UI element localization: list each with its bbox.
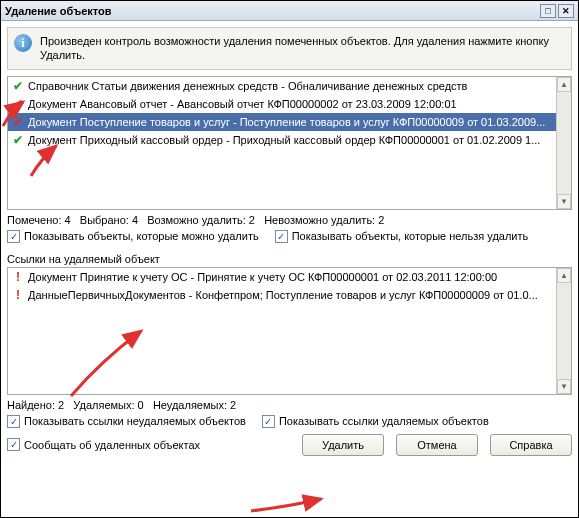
list-item[interactable]: ✔Документ Поступление товаров и услуг - … bbox=[8, 113, 571, 131]
cannot-delete-count: Невозможно удалить: 2 bbox=[264, 214, 384, 226]
content: i Произведен контроль возможности удален… bbox=[1, 21, 578, 517]
list-item-label: Документ Поступление товаров и услуг - П… bbox=[28, 116, 545, 128]
checkbox-box: ✓ bbox=[275, 230, 288, 243]
references-list[interactable]: !Документ Принятие к учету ОС - Принятие… bbox=[7, 267, 572, 395]
list-item[interactable]: ✔Документ Авансовый отчет - Авансовый от… bbox=[8, 95, 571, 113]
scroll-up-button[interactable]: ▲ bbox=[557, 77, 571, 92]
show-deletable-refs-checkbox[interactable]: ✓ Показывать ссылки удаляемых объектов bbox=[262, 415, 489, 428]
list-item-label: ДанныеПервичныхДокументов - Конфетпром; … bbox=[28, 289, 538, 301]
list-item[interactable]: ✔Справочник Статьи движения денежных сре… bbox=[8, 77, 571, 95]
list-item[interactable]: ✔Документ Приходный кассовый ордер - При… bbox=[8, 131, 571, 149]
close-button[interactable]: ✕ bbox=[558, 4, 574, 18]
objects-list[interactable]: ✔Справочник Статьи движения денежных сре… bbox=[7, 76, 572, 210]
list-item[interactable]: !ДанныеПервичныхДокументов - Конфетпром;… bbox=[8, 286, 571, 304]
list-item[interactable]: !Документ Принятие к учету ОС - Принятие… bbox=[8, 268, 571, 286]
checkbox-row-top: ✓ Показывать объекты, которые можно удал… bbox=[7, 228, 572, 249]
warning-icon: ! bbox=[12, 270, 24, 284]
found-count: Найдено: 2 bbox=[7, 399, 64, 411]
window-title: Удаление объектов bbox=[5, 5, 538, 17]
maximize-button[interactable]: □ bbox=[540, 4, 556, 18]
checkbox-box: ✓ bbox=[7, 415, 20, 428]
deletable-refs-count: Удаляемых: 0 bbox=[73, 399, 143, 411]
list-item-label: Документ Авансовый отчет - Авансовый отч… bbox=[28, 98, 457, 110]
checkbox-box: ✓ bbox=[262, 415, 275, 428]
checkbox-label: Показывать объекты, которые можно удалит… bbox=[24, 230, 259, 242]
show-nondeletable-refs-checkbox[interactable]: ✓ Показывать ссылки неудаляемых объектов bbox=[7, 415, 246, 428]
bottom-row: ✓ Сообщать об удаленных объектах Удалить… bbox=[7, 434, 572, 456]
checkbox-row-bottom: ✓ Показывать ссылки неудаляемых объектов… bbox=[7, 413, 572, 434]
list-item-label: Документ Приходный кассовый ордер - Прих… bbox=[28, 134, 540, 146]
help-button[interactable]: Справка bbox=[490, 434, 572, 456]
titlebar: Удаление объектов □ ✕ bbox=[1, 1, 578, 21]
status-line-top: Помечено: 4 Выбрано: 4 Возможно удалить:… bbox=[7, 210, 572, 228]
warning-icon: ! bbox=[12, 288, 24, 302]
scroll-down-button[interactable]: ▼ bbox=[557, 194, 571, 209]
checkbox-label: Показывать объекты, которые нельзя удали… bbox=[292, 230, 529, 242]
scroll-down-button[interactable]: ▼ bbox=[557, 379, 571, 394]
check-fail-icon: ✔ bbox=[12, 97, 24, 111]
check-fail-icon: ✔ bbox=[12, 115, 24, 129]
scrollbar[interactable]: ▲ ▼ bbox=[556, 268, 571, 394]
checkbox-box: ✓ bbox=[7, 230, 20, 243]
check-ok-icon: ✔ bbox=[12, 79, 24, 93]
references-label: Ссылки на удаляемый объект bbox=[7, 249, 572, 267]
scrollbar[interactable]: ▲ ▼ bbox=[556, 77, 571, 209]
checkbox-box: ✓ bbox=[7, 438, 20, 451]
selected-count: Выбрано: 4 bbox=[80, 214, 138, 226]
check-ok-icon: ✔ bbox=[12, 133, 24, 147]
checkbox-label: Показывать ссылки неудаляемых объектов bbox=[24, 415, 246, 427]
report-deleted-checkbox[interactable]: ✓ Сообщать об удаленных объектах bbox=[7, 438, 200, 451]
show-deletable-checkbox[interactable]: ✓ Показывать объекты, которые можно удал… bbox=[7, 230, 259, 243]
can-delete-count: Возможно удалить: 2 bbox=[147, 214, 255, 226]
cancel-button[interactable]: Отмена bbox=[396, 434, 478, 456]
checkbox-label: Показывать ссылки удаляемых объектов bbox=[279, 415, 489, 427]
status-line-bottom: Найдено: 2 Удаляемых: 0 Неудаляемых: 2 bbox=[7, 395, 572, 413]
marked-count: Помечено: 4 bbox=[7, 214, 71, 226]
delete-button[interactable]: Удалить bbox=[302, 434, 384, 456]
checkbox-label: Сообщать об удаленных объектах bbox=[24, 439, 200, 451]
info-icon: i bbox=[14, 34, 32, 52]
scroll-up-button[interactable]: ▲ bbox=[557, 268, 571, 283]
list-item-label: Справочник Статьи движения денежных сред… bbox=[28, 80, 467, 92]
list-item-label: Документ Принятие к учету ОС - Принятие … bbox=[28, 271, 497, 283]
info-text: Произведен контроль возможности удаления… bbox=[40, 34, 565, 63]
show-nondeletable-checkbox[interactable]: ✓ Показывать объекты, которые нельзя уда… bbox=[275, 230, 529, 243]
info-box: i Произведен контроль возможности удален… bbox=[7, 27, 572, 70]
nondeletable-refs-count: Неудаляемых: 2 bbox=[153, 399, 236, 411]
